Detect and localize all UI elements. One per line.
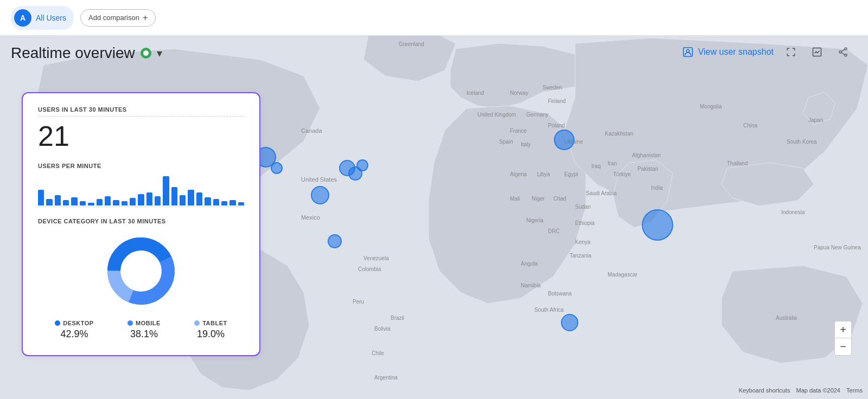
fullscreen-icon bbox=[786, 47, 796, 57]
snapshot-icon bbox=[682, 46, 694, 58]
svg-text:Madagascar: Madagascar bbox=[608, 272, 638, 278]
svg-text:Canada: Canada bbox=[301, 127, 322, 134]
svg-text:Botswana: Botswana bbox=[548, 291, 572, 297]
chart-button[interactable] bbox=[808, 43, 826, 61]
svg-text:United Kingdom: United Kingdom bbox=[477, 112, 516, 118]
svg-text:South Korea: South Korea bbox=[787, 139, 817, 145]
bar-item bbox=[105, 196, 111, 206]
share-button[interactable] bbox=[834, 43, 852, 61]
bar-item bbox=[205, 197, 210, 205]
svg-text:Tanzania: Tanzania bbox=[570, 253, 591, 259]
bar-item bbox=[130, 198, 136, 205]
user-label: All Users bbox=[36, 14, 66, 22]
svg-text:Chile: Chile bbox=[372, 350, 384, 356]
live-badge bbox=[141, 48, 151, 59]
bar-item bbox=[38, 190, 44, 205]
svg-text:Türkiye: Türkiye bbox=[613, 171, 631, 177]
bar-item bbox=[171, 187, 177, 205]
svg-text:Japan: Japan bbox=[808, 117, 823, 123]
share-icon bbox=[838, 47, 848, 57]
mobile-dot bbox=[127, 320, 133, 326]
bar-item bbox=[229, 200, 235, 205]
svg-text:Venezuela: Venezuela bbox=[363, 255, 389, 261]
svg-text:Finland: Finland bbox=[548, 98, 566, 104]
svg-text:Papua New Guinea: Papua New Guinea bbox=[814, 244, 861, 250]
map-bubble bbox=[554, 130, 575, 150]
svg-text:Bolivia: Bolivia bbox=[374, 326, 391, 332]
svg-text:China: China bbox=[743, 123, 758, 128]
dropdown-arrow-icon[interactable]: ▾ bbox=[157, 47, 162, 60]
svg-text:Chad: Chad bbox=[553, 196, 566, 202]
users-per-minute-label: USERS PER MINUTE bbox=[38, 163, 244, 169]
desktop-dot bbox=[55, 320, 60, 326]
map-bubble bbox=[328, 234, 342, 248]
svg-text:India: India bbox=[651, 185, 663, 191]
bar-item bbox=[213, 199, 219, 205]
svg-text:Australia: Australia bbox=[776, 315, 797, 321]
svg-text:Mexico: Mexico bbox=[301, 214, 320, 221]
svg-point-68 bbox=[122, 252, 161, 291]
bar-item bbox=[122, 201, 127, 205]
zoom-out-button[interactable]: − bbox=[834, 338, 852, 356]
svg-text:Sudan: Sudan bbox=[575, 204, 591, 210]
svg-text:Iraq: Iraq bbox=[591, 163, 601, 169]
users-section-label: USERS IN LAST 30 MINUTES bbox=[38, 106, 244, 117]
desktop-label: DESKTOP bbox=[63, 320, 93, 326]
tablet-device-item: TABLET 19.0% bbox=[194, 320, 227, 340]
svg-text:Spain: Spain bbox=[499, 139, 513, 145]
svg-text:Algeria: Algeria bbox=[510, 171, 527, 177]
live-dot bbox=[141, 48, 151, 59]
user-chip[interactable]: A All Users bbox=[11, 6, 74, 30]
bar-item bbox=[188, 190, 194, 205]
bar-item bbox=[146, 192, 152, 206]
keyboard-shortcuts[interactable]: Keyboard shortcuts bbox=[739, 387, 790, 394]
svg-text:South Africa: South Africa bbox=[534, 307, 564, 313]
top-right-controls: View user snapshot bbox=[682, 43, 852, 61]
bar-item bbox=[88, 203, 94, 205]
map-bubble bbox=[642, 209, 673, 241]
svg-text:Pakistan: Pakistan bbox=[637, 166, 658, 172]
page-title: Realtime overview bbox=[11, 44, 135, 62]
view-snapshot-button[interactable]: View user snapshot bbox=[682, 46, 774, 58]
user-avatar: A bbox=[14, 9, 31, 27]
svg-text:Iran: Iran bbox=[608, 160, 617, 166]
svg-text:Namibia: Namibia bbox=[521, 282, 541, 288]
device-legend: DESKTOP 42.9% MOBILE 38.1% TABLET 19.0% bbox=[38, 320, 244, 340]
svg-text:France: France bbox=[510, 128, 527, 134]
svg-text:Sweden: Sweden bbox=[542, 85, 562, 91]
mobile-device-item: MOBILE 38.1% bbox=[127, 320, 161, 340]
svg-line-62 bbox=[841, 49, 845, 52]
svg-text:Mongolia: Mongolia bbox=[700, 104, 722, 110]
bar-item bbox=[180, 195, 186, 206]
svg-text:Greenland: Greenland bbox=[399, 41, 424, 47]
svg-text:Norway: Norway bbox=[510, 90, 528, 96]
svg-text:Egypt: Egypt bbox=[564, 171, 578, 177]
desktop-label-row: DESKTOP bbox=[55, 320, 93, 326]
bar-item bbox=[138, 194, 144, 206]
bar-item bbox=[80, 201, 86, 205]
add-comparison-button[interactable]: Add comparison + bbox=[80, 9, 156, 27]
svg-text:Angola: Angola bbox=[521, 261, 538, 267]
map-zoom-controls: + − bbox=[834, 321, 852, 356]
map-footer: Keyboard shortcuts Map data ©2024 Terms bbox=[735, 387, 863, 394]
tablet-label-row: TABLET bbox=[194, 320, 227, 326]
zoom-in-button[interactable]: + bbox=[834, 321, 852, 338]
bar-item bbox=[155, 196, 161, 206]
svg-text:Kazakhstan: Kazakhstan bbox=[605, 131, 633, 137]
svg-text:Niger: Niger bbox=[532, 196, 545, 202]
fullscreen-button[interactable] bbox=[782, 43, 800, 61]
svg-text:Colombia: Colombia bbox=[358, 266, 381, 272]
svg-text:Nigeria: Nigeria bbox=[526, 217, 544, 223]
svg-text:Ethiopia: Ethiopia bbox=[575, 220, 595, 226]
svg-text:Mali: Mali bbox=[510, 196, 520, 202]
tablet-dot bbox=[194, 320, 200, 326]
mobile-label: MOBILE bbox=[136, 320, 161, 326]
map-bubble bbox=[561, 314, 578, 331]
donut-chart bbox=[103, 233, 179, 309]
bar-item bbox=[63, 200, 69, 205]
svg-text:Peru: Peru bbox=[353, 299, 364, 305]
svg-text:Italy: Italy bbox=[521, 141, 531, 147]
header-overlay: Realtime overview ▾ bbox=[11, 36, 162, 66]
svg-text:Saudi Arabia: Saudi Arabia bbox=[586, 190, 617, 196]
terms-link[interactable]: Terms bbox=[846, 387, 863, 394]
